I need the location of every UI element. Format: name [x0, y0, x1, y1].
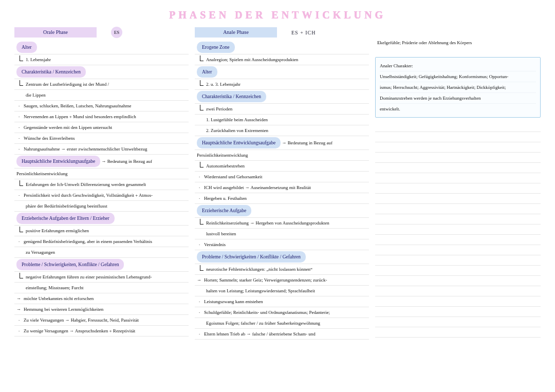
empty-line	[375, 296, 541, 307]
note-line: Persönlichkeitsentwicklung	[195, 150, 369, 161]
section: Alter	[195, 65, 369, 79]
note-line: Zentrum der Lustbefriedigung ist der Mun…	[14, 79, 189, 90]
note-line: Analregion; Spielen mit Ausscheidungspro…	[195, 54, 369, 65]
note-line: 1. Lebensjahr	[14, 54, 189, 65]
info-box-analer-charakter: Analer Charakter: Unselbstständigkeit; G…	[375, 57, 541, 118]
section: Alter	[14, 41, 189, 54]
empty-line	[375, 214, 541, 225]
note-line: Leistungszwang kann entstehen	[195, 296, 369, 307]
empty-line	[375, 235, 541, 245]
note-line: Egoismus Folgen; falscher / zu früher Sa…	[195, 318, 369, 329]
section: Charakteristika / Kennzeichen	[14, 65, 189, 79]
section: Charakteristika / Kennzeichen	[195, 90, 369, 104]
note-line: Hemmung bei weiteren Lernmöglichkeiten	[14, 304, 189, 315]
note-line: Gegenstände werden mit den Lippen unters…	[14, 122, 189, 133]
note-line: Horten; Sammeln; starker Geiz; Verweiger…	[195, 275, 369, 286]
pill-charakteristika: Charakteristika / Kennzeichen	[16, 66, 86, 78]
section: Probleme / Schwierigkeiten, Konflikte / …	[14, 258, 189, 272]
ribbon-orale: Orale Phase ES	[14, 27, 189, 38]
note-line: 1. Lustgefühle beim Ausscheiden	[195, 115, 369, 125]
note-line: positive Erfahrungen ermöglichen	[14, 226, 189, 236]
empty-line	[375, 142, 541, 153]
empty-line	[375, 266, 541, 276]
section: Erzieherische Aufgabe	[195, 204, 369, 218]
note-line: negative Erfahrungen führen zu einer pes…	[14, 272, 189, 283]
empty-line	[375, 225, 541, 235]
note-line: Persönlichkeit wird durch Geschwindigkei…	[14, 190, 189, 201]
pill-probleme: Probleme / Schwierigkeiten / Konflikte /…	[197, 251, 306, 263]
columns: Orale Phase ES Alter 1. Lebensjahr Chara…	[0, 27, 555, 340]
pill-entwicklungsaufgabe: Hauptsächliche Entwicklungsaufgabe	[16, 156, 100, 167]
note-line: phäre der Bedürfnisbefriedigung beeinflu…	[14, 201, 189, 212]
note-line: Eltern lehnen Trieb ab → falsche / übert…	[195, 329, 369, 340]
note-line: 2. u. 3. Lebensjahr	[195, 79, 369, 90]
note-line: genügend Bedürfnisbefriedigung, aber in …	[14, 236, 189, 247]
empty-line	[375, 307, 541, 317]
empty-line	[375, 317, 541, 327]
note-line: Saugen, schlucken, Beißen, Lutschen, Nah…	[14, 101, 189, 111]
empty-line	[375, 122, 541, 132]
empty-line	[375, 163, 541, 173]
pill-probleme: Probleme / Schwierigkeiten, Konflikte / …	[16, 259, 124, 270]
note-line: Hergeben u. Festhalten	[195, 193, 369, 204]
empty-line	[375, 183, 541, 194]
box-line: entwickelt.	[380, 104, 536, 114]
box-line: Unselbstständigkeit; Gefügigkeitshaltung…	[380, 71, 536, 82]
note-line: Nahrungsaufnahme → erster zwischenmensch…	[14, 144, 189, 155]
ribbon-label: Orale Phase	[14, 27, 97, 38]
column-extra: Ekelgefühle; Prüderie oder Ablehnung des…	[375, 27, 541, 340]
note-line: Nervenenden an Lippen + Mund sind besond…	[14, 111, 189, 122]
empty-line	[375, 255, 541, 266]
note-line: Wiederstand und Gehorsamkeit	[195, 172, 369, 182]
note-line: Persönlichkeitsentwicklung	[14, 169, 189, 179]
note-line: Verständnis	[195, 239, 369, 250]
ribbon-anale: Anale Phase ES + ICH	[195, 27, 369, 38]
note-line: einstellung; Misstrauen; Furcht	[14, 283, 189, 293]
section: Erzieherische Aufgaben der Eltern / Erzi…	[14, 212, 189, 226]
pill-erogene: Erogene Zone	[197, 42, 235, 53]
column-orale-phase: Orale Phase ES Alter 1. Lebensjahr Chara…	[14, 27, 189, 340]
column-anale-phase: Anale Phase ES + ICH Erogene Zone Analre…	[195, 27, 369, 340]
pill-alter: Alter	[16, 42, 37, 53]
empty-line	[375, 204, 541, 214]
note-line: neurotische Fehlentwicklungen: „nicht lo…	[195, 264, 369, 275]
empty-line	[375, 327, 541, 338]
empty-line	[375, 153, 541, 163]
note-line: möchte Unbekanntes nicht erforschen	[14, 293, 189, 304]
badge-es: ES	[111, 27, 122, 38]
note-line: Schuldgefühle; Reinlichkeits- und Ordnun…	[195, 307, 369, 318]
note-line: zwei Perioden	[195, 104, 369, 115]
pill-after: → Bedeutung in Bezug auf	[282, 140, 332, 145]
section: Probleme / Schwierigkeiten / Konflikte /…	[195, 250, 369, 264]
box-line: Analer Charakter:	[380, 61, 536, 71]
pill-charakteristika: Charakteristika / Kennzeichen	[197, 91, 266, 102]
pill-erzieherisch: Erzieherische Aufgabe	[197, 205, 251, 216]
note-line: ICH wird ausgebildet → Auseinandersetzun…	[195, 182, 369, 193]
page-title: PHASEN DER ENTWICKLUNG	[0, 9, 555, 21]
pill-erzieherisch: Erzieherische Aufgaben der Eltern / Erzi…	[16, 213, 115, 224]
box-line: ismus; Herrschsucht; Aggressivität; Hart…	[380, 82, 536, 93]
section: Erogene Zone	[195, 41, 369, 54]
note-line: halten von Leistung; Leistungswiederstan…	[195, 286, 369, 296]
note-line: 2. Zurückhalten von Extrementen	[195, 125, 369, 136]
empty-line	[375, 276, 541, 286]
note-line: Zu wenige Versagungen → Anspruchsdenken …	[14, 326, 189, 337]
box-line: Dominanzstreben werden je nach Erziehung…	[380, 93, 536, 104]
note-line: lustvoll bereiten	[195, 229, 369, 239]
note-line: Wünsche des Einverleibens	[14, 133, 189, 144]
empty-line	[375, 245, 541, 255]
empty-line	[375, 173, 541, 183]
empty-line	[375, 132, 541, 142]
section: Hauptsächliche Entwicklungsaufgabe → Bed…	[195, 136, 369, 150]
pill-alter: Alter	[197, 66, 217, 78]
note-line: die Lippen	[14, 90, 189, 101]
empty-line	[375, 194, 541, 204]
section: Hauptsächliche Entwicklungsaufgabe → Bed…	[14, 155, 189, 169]
empty-line	[375, 286, 541, 296]
ribbon-label: Anale Phase	[195, 27, 277, 38]
pill-entwicklungsaufgabe: Hauptsächliche Entwicklungsaufgabe	[197, 137, 281, 148]
tag-es-ich: ES + ICH	[291, 30, 316, 35]
note-line: Zu viele Versagungen → Habgier, Fresssuc…	[14, 315, 189, 326]
note-line: Reinlichkeitserziehung → Hergeben von Au…	[195, 218, 369, 229]
note-line: zu Versagungen	[14, 247, 189, 258]
